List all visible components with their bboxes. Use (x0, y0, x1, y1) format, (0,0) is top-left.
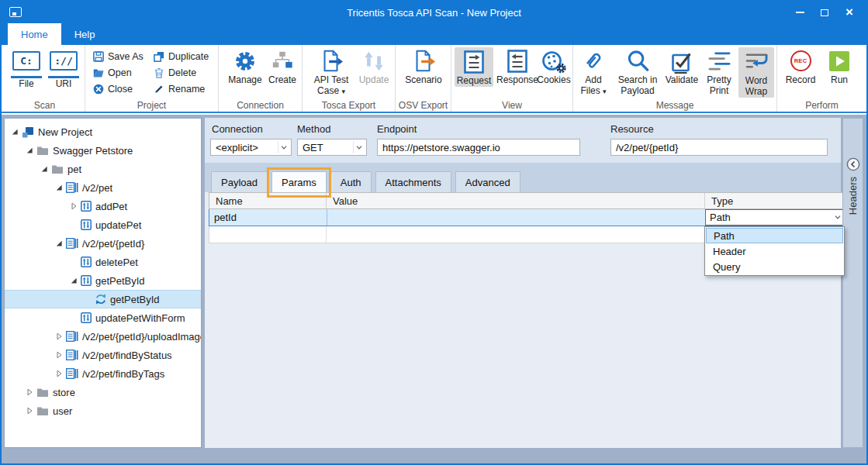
resource-icon (66, 331, 78, 342)
pretty-print-button[interactable]: Pretty Print (702, 47, 736, 96)
param-value-cell[interactable] (327, 209, 705, 226)
tree-item-swagger-petstore[interactable]: Swagger Petstore (5, 141, 201, 160)
table-row[interactable]: petId Path (209, 209, 845, 226)
tree-item-v2-pet[interactable]: /v2/pet (5, 178, 201, 197)
create-button[interactable]: Create (265, 47, 299, 85)
collapse-icon[interactable] (54, 351, 64, 360)
tree-item-v2-pet-petid[interactable]: /v2/pet/{petId} (5, 234, 201, 253)
duplicate-button[interactable]: Duplicate (154, 49, 209, 64)
tree-item-getpetbyid-operation[interactable]: getPetById (5, 271, 201, 290)
search-in-payload-button[interactable]: Search in Payload (614, 47, 662, 96)
group-tosca-export: API Test Case ▾ Update Tosca Export (303, 45, 396, 112)
tab-payload[interactable]: Payload (211, 171, 268, 192)
tab-home[interactable]: Home (8, 23, 61, 45)
collapse-icon[interactable] (24, 407, 34, 415)
request-button[interactable]: Request (455, 47, 493, 87)
chevron-down-icon (832, 212, 843, 223)
dropdown-option-path[interactable]: Path (706, 228, 843, 243)
doc-export-blue-icon (319, 49, 344, 73)
tab-auth[interactable]: Auth (330, 171, 372, 192)
response-button[interactable]: Response (494, 47, 541, 85)
tree-item-updatepetwithform[interactable]: updatePetWithForm (5, 308, 201, 327)
method-select[interactable]: GET (297, 139, 367, 156)
column-header-value: Value (327, 193, 705, 208)
param-name-cell[interactable]: petId (209, 209, 327, 226)
expand-icon[interactable] (9, 128, 19, 136)
manage-button[interactable]: Manage (225, 47, 265, 85)
folder-icon (51, 164, 64, 174)
resource-label: Resource (610, 123, 654, 135)
expand-icon[interactable] (24, 146, 34, 155)
group-project: Save As Open Close Duplicate Delete (85, 45, 219, 112)
delete-button[interactable]: Delete (154, 65, 209, 80)
tree-item-addpet[interactable]: addPet (5, 197, 201, 215)
rec-icon: REC (790, 50, 811, 71)
param-type-cell[interactable]: Path (705, 209, 846, 226)
run-button[interactable]: Run (822, 47, 856, 85)
pencil-icon (154, 84, 164, 95)
record-button[interactable]: REC Record (782, 47, 819, 85)
rename-button[interactable]: Rename (154, 81, 209, 96)
expand-icon[interactable] (39, 165, 49, 174)
tab-advanced[interactable]: Advanced (455, 171, 520, 192)
tree-item-updatepet[interactable]: updatePet (5, 215, 201, 234)
close-project-button[interactable]: Close (93, 81, 144, 96)
maximize-button[interactable] (812, 2, 837, 23)
type-dropdown-list: Path Header Query (704, 226, 845, 276)
tree-item-findbystatus[interactable]: /v2/pet/findByStatus (5, 346, 201, 364)
api-test-case-button[interactable]: API Test Case ▾ (309, 47, 354, 96)
dropdown-option-header[interactable]: Header (706, 243, 843, 259)
uri-button[interactable]: :// URI (47, 47, 81, 89)
open-button[interactable]: Open (93, 65, 144, 80)
request-tabs: Payload Params Auth Attachments Advanced (205, 163, 841, 192)
type-combobox[interactable]: Path (705, 209, 846, 226)
resource-icon (66, 238, 78, 249)
folder-icon (36, 387, 49, 398)
update-button[interactable]: Update (355, 47, 393, 85)
cookies-button[interactable]: Cookies (535, 47, 572, 85)
resource-input[interactable]: /v2/pet/{petId} (610, 139, 828, 156)
resource-icon (66, 182, 78, 193)
tab-help[interactable]: Help (61, 23, 109, 45)
resource-icon (66, 368, 78, 379)
pretty-print-icon (708, 50, 731, 71)
tree-item-findbytags[interactable]: /v2/pet/findByTags (5, 364, 201, 383)
tree-item-deletepet[interactable]: deletePet (5, 253, 201, 271)
minimize-button[interactable] (787, 2, 812, 23)
file-button[interactable]: C: File (9, 47, 43, 89)
connection-select[interactable]: <explicit> (210, 139, 292, 156)
expand-icon[interactable] (54, 184, 64, 192)
collapse-icon[interactable] (68, 202, 78, 211)
dropdown-option-query[interactable]: Query (706, 259, 843, 274)
word-wrap-button[interactable]: Word Wrap (738, 47, 774, 98)
add-files-button[interactable]: Add Files ▾ (576, 47, 610, 96)
tab-params[interactable]: Params (271, 171, 327, 192)
tree-item-uploadimage[interactable]: /v2/pet/{petId}/uploadImage (5, 327, 201, 346)
chevron-left-circle-icon[interactable] (846, 157, 860, 171)
tree-item-store[interactable]: store (5, 383, 201, 401)
collapse-icon[interactable] (24, 388, 34, 397)
tree-item-pet[interactable]: pet (5, 160, 201, 178)
scenario-button[interactable]: Scenario (400, 47, 447, 85)
close-button[interactable]: × (837, 2, 862, 23)
group-view: Request Response Cookies View (451, 45, 573, 112)
expand-icon[interactable] (68, 277, 78, 285)
save-as-button[interactable]: Save As (93, 49, 144, 64)
expand-icon[interactable] (54, 239, 64, 248)
params-table-header: Name Value Type (209, 192, 845, 209)
group-label-osv-export: OSV Export (396, 100, 451, 111)
cookie-icon (541, 49, 566, 74)
endpoint-input[interactable]: https://petstore.swagger.io (377, 139, 580, 156)
tree-item-getpetbyid-scan[interactable]: getPetById (5, 290, 201, 308)
collapse-icon[interactable] (54, 370, 64, 378)
group-connection: Manage Create Connection (219, 45, 303, 112)
tree-item-user[interactable]: user (5, 401, 201, 420)
group-label-view: View (451, 100, 572, 111)
validate-button[interactable]: Validate (662, 47, 701, 85)
group-label-connection: Connection (219, 100, 302, 111)
headers-side-tab[interactable]: Headers (842, 118, 863, 448)
column-header-type: Type (705, 193, 846, 208)
tab-attachments[interactable]: Attachments (375, 171, 451, 192)
collapse-icon[interactable] (54, 332, 64, 341)
tree-item-new-project[interactable]: New Project (5, 122, 201, 141)
